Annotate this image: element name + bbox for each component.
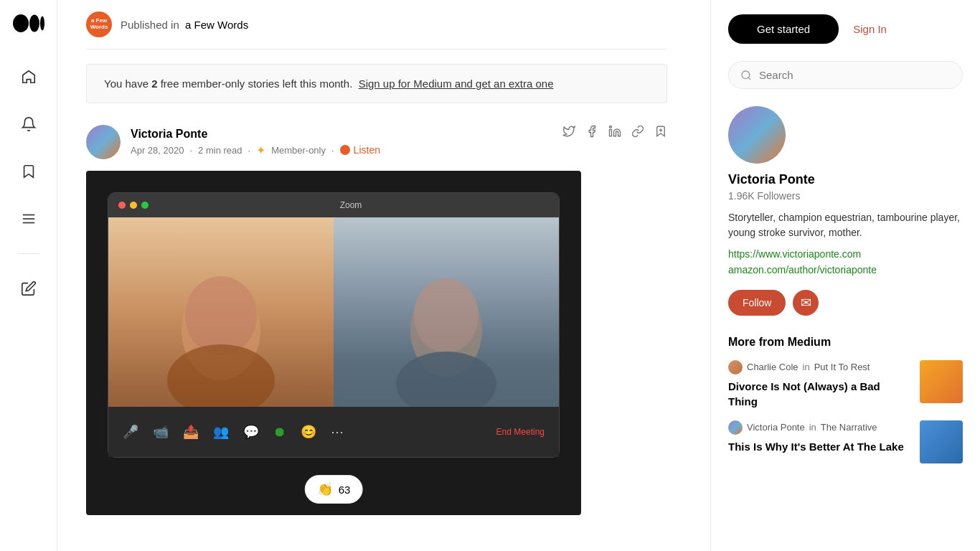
profile-followers: 1.96K Followers xyxy=(728,190,963,202)
profile-name[interactable]: Victoria Ponte xyxy=(728,172,963,187)
zoom-window: Zoom Admin xyxy=(108,192,560,458)
subscribe-button[interactable]: ✉ xyxy=(793,290,819,316)
membership-label: Member-only xyxy=(271,145,326,156)
article-image: Zoom Admin xyxy=(86,171,581,515)
zoom-titlebar: Zoom xyxy=(108,193,559,217)
sidebar-divider xyxy=(18,253,39,254)
article-1-author-avatar xyxy=(728,360,743,375)
twitter-share-icon[interactable] xyxy=(562,125,575,141)
write-icon[interactable] xyxy=(16,276,42,301)
zoom-controls: 🎤 📹 📤 👥 💬 ⏺ 😊 ⋯ xyxy=(123,424,344,440)
article-2-publication[interactable]: The Narrative xyxy=(821,422,877,433)
profile-avatar xyxy=(728,106,786,164)
free-stories-banner: You have 2 free member-only stories left… xyxy=(86,64,667,103)
follow-button[interactable]: Follow xyxy=(728,290,786,316)
linkedin-share-icon[interactable] xyxy=(608,125,621,141)
link-share-icon[interactable] xyxy=(631,125,644,141)
more-from-title: More from Medium xyxy=(728,336,963,349)
signup-link[interactable]: Sign up for Medium and get an extra one xyxy=(359,77,554,90)
notifications-icon[interactable] xyxy=(16,111,42,137)
top-actions: Get started Sign In xyxy=(728,14,963,44)
article-item-2: Victoria Ponte in The Narrative This Is … xyxy=(728,420,963,463)
article-item-1-info: Charlie Cole in Put It To Rest Divorce I… xyxy=(728,360,911,409)
clap-button[interactable]: 👏 63 xyxy=(305,475,363,504)
home-icon[interactable] xyxy=(16,64,42,90)
zoom-mic-icon[interactable]: 🎤 xyxy=(123,424,138,440)
zoom-chat-icon[interactable]: 💬 xyxy=(243,424,259,440)
article-item-2-info: Victoria Ponte in The Narrative This Is … xyxy=(728,420,911,454)
author-name[interactable]: Victoria Ponte xyxy=(131,128,380,141)
zoom-close-dot xyxy=(118,202,126,209)
zoom-record-icon[interactable]: ⏺ xyxy=(273,425,286,440)
medium-logo[interactable] xyxy=(13,14,44,35)
publication-text: Published in a Few Words xyxy=(121,19,248,31)
lists-icon[interactable] xyxy=(16,206,42,232)
profile-amazon-link[interactable]: amazon.com/author/victoriaponte xyxy=(728,262,963,278)
publication-avatar: a FewWords xyxy=(86,11,112,37)
article-2-author-line: Victoria Ponte in The Narrative xyxy=(728,420,911,435)
zoom-maximize-dot xyxy=(141,202,149,209)
read-time: 2 min read xyxy=(198,145,242,156)
article-1-thumb xyxy=(920,360,963,403)
author-meta: Victoria Ponte Apr 28, 2020 · 2 min read… xyxy=(131,128,380,157)
clap-icon: 👏 xyxy=(317,481,333,497)
svg-point-1 xyxy=(29,15,39,32)
bookmarks-icon[interactable] xyxy=(16,159,42,184)
search-box xyxy=(728,61,963,89)
article-date: Apr 28, 2020 xyxy=(131,145,184,156)
svg-line-17 xyxy=(748,77,750,80)
author-avatar xyxy=(86,125,121,159)
search-icon xyxy=(740,70,752,81)
article-item-1: Charlie Cole in Put It To Rest Divorce I… xyxy=(728,360,963,409)
article-1-publication[interactable]: Put It To Rest xyxy=(814,362,870,372)
zoom-title-label: Zoom xyxy=(340,200,362,210)
publication-link[interactable]: a Few Words xyxy=(185,19,248,31)
author-details: Apr 28, 2020 · 2 min read · ✦ Member-onl… xyxy=(131,143,380,157)
search-input[interactable] xyxy=(759,69,951,81)
facebook-share-icon[interactable] xyxy=(585,125,598,141)
zoom-reactions-icon[interactable]: 😊 xyxy=(301,424,316,440)
end-meeting-button[interactable]: End Meeting xyxy=(496,427,545,437)
article-1-title[interactable]: Divorce Is Not (Always) a Bad Thing xyxy=(728,379,911,409)
article-1-author-line: Charlie Cole in Put It To Rest xyxy=(728,360,911,375)
svg-point-2 xyxy=(40,17,44,31)
zoom-minimize-dot xyxy=(130,202,137,209)
profile-website-link[interactable]: https://www.victoriaponte.com xyxy=(728,246,963,262)
get-started-button[interactable]: Get started xyxy=(728,14,839,44)
zoom-camera-icon[interactable]: 📹 xyxy=(153,424,169,440)
top-bar: a FewWords Published in a Few Words xyxy=(86,0,667,50)
zoom-participants-icon[interactable]: 👥 xyxy=(213,424,229,440)
save-icon[interactable] xyxy=(654,125,667,141)
listen-button[interactable]: Listen xyxy=(340,144,380,156)
svg-point-7 xyxy=(610,126,612,128)
main-content: a FewWords Published in a Few Words You … xyxy=(57,0,696,551)
svg-point-16 xyxy=(742,71,750,79)
member-badge-icon: ✦ xyxy=(256,143,265,157)
profile-actions: Follow ✉ xyxy=(728,290,963,316)
zoom-screen-icon[interactable]: 📤 xyxy=(183,424,199,440)
author-avatar-image xyxy=(86,125,121,159)
svg-rect-6 xyxy=(610,130,612,136)
svg-point-15 xyxy=(396,352,496,409)
profile-links: https://www.victoriaponte.com amazon.com… xyxy=(728,246,963,278)
article-2-thumb xyxy=(920,420,963,463)
profile-bio: Storyteller, champion equestrian, tambou… xyxy=(728,210,963,240)
clap-count: 63 xyxy=(339,484,351,496)
zoom-more-icon[interactable]: ⋯ xyxy=(331,424,344,440)
article-2-author[interactable]: Victoria Ponte xyxy=(747,422,805,433)
svg-point-11 xyxy=(185,276,257,355)
zoom-bottom-bar: 🎤 📹 📤 👥 💬 ⏺ 😊 ⋯ End Meeting xyxy=(108,407,559,457)
svg-point-14 xyxy=(414,278,479,353)
share-icons xyxy=(562,125,667,141)
article-1-author[interactable]: Charlie Cole xyxy=(747,362,798,372)
subscribe-icon: ✉ xyxy=(801,295,811,311)
listen-dot-icon xyxy=(340,145,350,155)
author-info: Victoria Ponte Apr 28, 2020 · 2 min read… xyxy=(86,125,380,159)
article-2-author-avatar xyxy=(728,420,743,435)
author-section: Victoria Ponte Apr 28, 2020 · 2 min read… xyxy=(86,125,667,159)
svg-point-0 xyxy=(13,14,29,32)
left-sidebar xyxy=(0,0,57,551)
sign-in-link[interactable]: Sign In xyxy=(853,23,887,35)
article-2-title[interactable]: This Is Why It's Better At The Lake xyxy=(728,439,911,454)
right-sidebar: Get started Sign In Victoria Ponte 1.96K… xyxy=(710,0,980,551)
